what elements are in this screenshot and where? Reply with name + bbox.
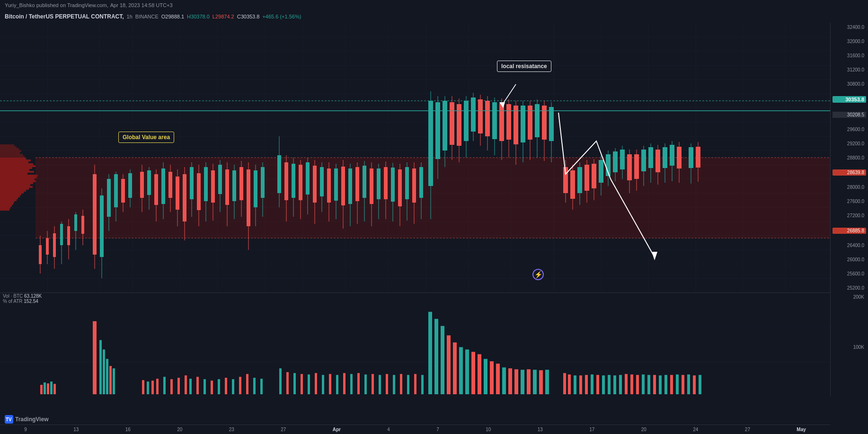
svg-rect-336 — [574, 375, 576, 394]
svg-rect-43 — [0, 167, 32, 169]
date-apr: Apr — [333, 427, 341, 432]
svg-rect-45 — [0, 171, 34, 173]
svg-rect-281 — [185, 375, 187, 394]
svg-rect-161 — [348, 168, 352, 204]
price-28639: 28639.8 — [833, 169, 866, 176]
svg-rect-355 — [682, 375, 684, 394]
svg-rect-105 — [140, 172, 144, 198]
svg-rect-135 — [247, 169, 250, 226]
svg-rect-352 — [664, 375, 667, 394]
svg-rect-288 — [232, 379, 234, 394]
svg-rect-305 — [364, 374, 367, 394]
svg-rect-278 — [163, 377, 166, 394]
svg-rect-165 — [363, 166, 366, 198]
svg-rect-233 — [613, 151, 618, 172]
svg-rect-346 — [630, 374, 633, 394]
svg-rect-149 — [306, 162, 310, 195]
svg-rect-327 — [508, 368, 512, 394]
svg-rect-322 — [478, 354, 481, 394]
svg-rect-42 — [0, 165, 35, 167]
svg-rect-44 — [0, 169, 29, 171]
svg-rect-48 — [0, 177, 37, 178]
svg-rect-203 — [499, 103, 504, 141]
svg-rect-328 — [514, 369, 518, 394]
svg-rect-177 — [405, 167, 409, 199]
date-4: 4 — [387, 427, 390, 432]
svg-rect-117 — [183, 174, 186, 221]
svg-rect-81 — [46, 238, 49, 255]
date-23: 23 — [229, 427, 234, 432]
svg-rect-99 — [114, 174, 118, 207]
svg-rect-151 — [313, 166, 317, 203]
tv-logo-text: TradingView — [15, 416, 48, 423]
svg-rect-67 — [0, 146, 17, 148]
price-31600: 31600.0 — [833, 53, 866, 58]
svg-rect-179 — [412, 168, 416, 203]
svg-rect-349 — [647, 375, 650, 394]
ticker-high: H30378.0 — [187, 14, 210, 19]
svg-rect-298 — [315, 373, 317, 394]
svg-rect-239 — [634, 154, 639, 179]
svg-rect-169 — [377, 168, 381, 199]
price-27600: 27600.0 — [833, 199, 866, 204]
ticker-open: O29888.1 — [161, 14, 184, 19]
local-resistance-annotation: local resisatance — [497, 61, 551, 72]
main-chart: Global Value area local resisatance ⚡ — [0, 23, 830, 292]
price-28800: 28800.0 — [833, 155, 866, 160]
svg-rect-141 — [277, 155, 281, 193]
svg-rect-274 — [142, 380, 144, 394]
svg-rect-269 — [99, 340, 102, 394]
svg-rect-271 — [106, 359, 108, 394]
svg-rect-318 — [453, 343, 457, 395]
svg-rect-297 — [308, 374, 310, 394]
svg-rect-291 — [253, 378, 256, 394]
svg-rect-290 — [246, 374, 248, 394]
ticker-bar: Bitcoin / TetherUS PERPETUAL CONTRACT, 1… — [0, 10, 830, 23]
svg-rect-331 — [533, 370, 537, 394]
svg-rect-300 — [329, 374, 331, 394]
vol-btc-label: Vol · BTC 63.128K — [3, 293, 42, 299]
svg-text:TV: TV — [6, 417, 12, 422]
volume-chart — [0, 292, 830, 397]
svg-rect-316 — [441, 326, 444, 394]
svg-rect-133 — [239, 167, 243, 200]
svg-rect-351 — [659, 375, 662, 394]
vol-atr-label: % of ATR 152.54 — [3, 299, 42, 304]
svg-rect-253 — [689, 147, 693, 168]
svg-rect-358 — [699, 375, 701, 394]
svg-rect-205 — [506, 104, 511, 140]
svg-rect-333 — [545, 370, 549, 394]
date-13: 13 — [73, 427, 79, 432]
svg-rect-66 — [0, 144, 14, 146]
price-27200: 27200.0 — [833, 213, 866, 218]
svg-rect-282 — [189, 379, 192, 394]
svg-rect-52 — [0, 184, 30, 186]
svg-rect-207 — [514, 106, 518, 144]
svg-rect-326 — [502, 367, 506, 394]
svg-rect-303 — [350, 374, 353, 394]
svg-rect-145 — [292, 164, 295, 198]
svg-rect-103 — [128, 173, 132, 198]
global-value-annotation: Global Value area — [118, 132, 174, 143]
vol-100k: 100K — [833, 345, 866, 350]
svg-rect-113 — [168, 172, 172, 198]
svg-rect-49 — [0, 178, 35, 180]
svg-rect-280 — [177, 378, 180, 394]
price-32400: 32400.0 — [833, 25, 866, 30]
svg-rect-241 — [641, 150, 646, 171]
svg-rect-223 — [577, 167, 582, 193]
svg-rect-313 — [421, 375, 424, 394]
svg-rect-317 — [447, 336, 451, 394]
svg-rect-251 — [677, 147, 682, 168]
svg-rect-115 — [176, 177, 179, 210]
svg-rect-173 — [391, 168, 395, 202]
price-26000: 26000.0 — [833, 257, 866, 262]
svg-rect-332 — [539, 370, 543, 394]
svg-rect-321 — [471, 352, 475, 394]
svg-rect-277 — [156, 379, 159, 394]
ticker-exchange: BINANCE — [135, 14, 159, 19]
svg-rect-193 — [464, 101, 469, 141]
svg-rect-294 — [286, 372, 289, 394]
svg-rect-296 — [301, 374, 303, 394]
svg-rect-329 — [521, 370, 524, 394]
